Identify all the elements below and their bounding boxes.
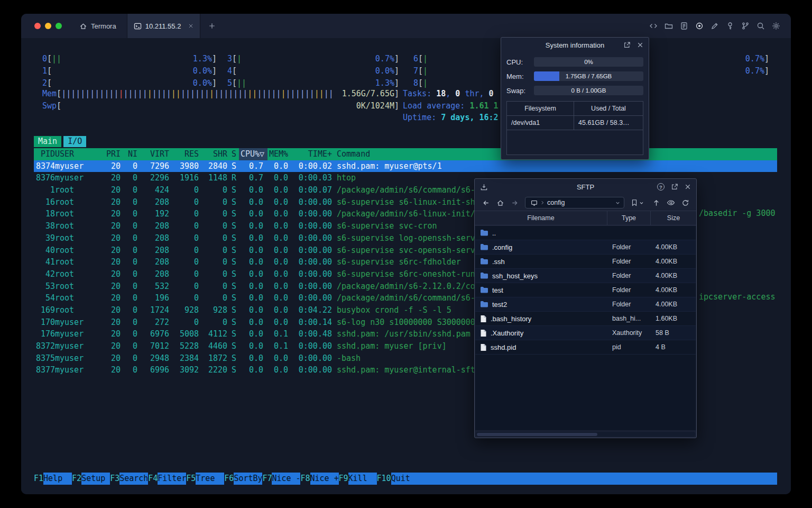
- function-key-bar: F1HelpF2SetupF3SearchF4FilterF5TreeF6Sor…: [34, 473, 777, 485]
- close-window-button[interactable]: [34, 23, 41, 29]
- fkey-action-search[interactable]: Search: [119, 473, 148, 485]
- download-icon[interactable]: [480, 183, 488, 191]
- search-icon[interactable]: [756, 22, 765, 30]
- tasks-summary: Tasks: 18, 0 thr, 0: [403, 89, 499, 101]
- breadcrumb-separator-icon: [540, 200, 545, 205]
- zoom-window-button[interactable]: [56, 23, 62, 29]
- fkey-action-help[interactable]: Help: [43, 473, 72, 485]
- tab-termora[interactable]: Termora: [74, 14, 127, 38]
- fkey-f9: F9: [339, 473, 348, 485]
- column-filename[interactable]: Filename: [475, 211, 607, 225]
- fkey-action-quit[interactable]: Quit: [391, 473, 420, 485]
- column-header-user[interactable]: USER: [55, 148, 100, 160]
- show-hidden-icon[interactable]: [667, 198, 675, 207]
- column-header-shr[interactable]: SHR: [199, 148, 227, 160]
- horizontal-scrollbar[interactable]: [476, 432, 695, 437]
- fkey-action-filter[interactable]: Filter: [158, 473, 186, 485]
- path-breadcrumb[interactable]: config: [525, 197, 624, 208]
- path-dropdown-icon[interactable]: [615, 200, 621, 206]
- scrollbar-thumb[interactable]: [477, 433, 597, 436]
- fs-header-used-total[interactable]: Used / Total: [574, 102, 643, 116]
- column-header-time[interactable]: TIME+: [290, 148, 332, 160]
- close-tab-icon[interactable]: [188, 23, 193, 29]
- htop-tab-io[interactable]: I/O: [63, 136, 86, 147]
- titlebar-actions: [649, 22, 791, 30]
- sftp-file-row[interactable]: ssh_host_keys Folder 4.00KB: [475, 269, 696, 283]
- close-panel-icon[interactable]: [637, 42, 643, 48]
- new-tab-button[interactable]: [200, 22, 224, 30]
- fkey-action-nice[interactable]: Nice +: [310, 473, 339, 485]
- column-header-pri[interactable]: PRI: [100, 148, 121, 160]
- open-in-window-icon[interactable]: [623, 41, 631, 49]
- forward-icon[interactable]: [511, 199, 519, 207]
- file-name: .config: [492, 243, 512, 251]
- file-name: sshd.pid: [491, 343, 516, 351]
- fs-header-filesystem[interactable]: Filesystem: [507, 102, 574, 116]
- column-header-ni[interactable]: NI: [121, 148, 137, 160]
- fkey-f4: F4: [148, 473, 158, 485]
- sftp-file-row[interactable]: test Folder 4.00KB: [475, 283, 696, 297]
- fkey-action-setup[interactable]: Setup: [81, 473, 110, 485]
- column-header-pid[interactable]: PID: [34, 148, 55, 160]
- tab-session[interactable]: 10.211.55.2: [127, 14, 201, 38]
- fkey-action-tree[interactable]: Tree: [196, 473, 224, 485]
- sftp-table-header: Filename Type Size: [475, 211, 696, 225]
- refresh-icon[interactable]: [681, 199, 689, 207]
- column-header-s[interactable]: S: [227, 148, 239, 160]
- help-icon[interactable]: [657, 183, 665, 190]
- file-type: pid: [608, 343, 651, 351]
- column-header-cpu[interactable]: CPU%▽: [239, 148, 267, 160]
- fkey-action-nice[interactable]: Nice -: [272, 473, 300, 485]
- path-segment[interactable]: config: [547, 199, 565, 206]
- column-size[interactable]: Size: [651, 211, 696, 225]
- log-icon[interactable]: [680, 22, 688, 30]
- filesystem-table: Filesystem Used / Total /dev/vda1 45.61G…: [506, 101, 643, 155]
- system-information-panel: System information CPU: 0% Mem: 1.75GB /…: [501, 37, 649, 160]
- sftp-file-row[interactable]: ..: [475, 226, 696, 240]
- memory-meter: Mem[||||||||||||||||||||||||||||||||||||…: [42, 89, 399, 101]
- key-icon[interactable]: [726, 22, 734, 30]
- sftp-file-row[interactable]: sshd.pid pid 4 B: [475, 340, 696, 355]
- fkey-f10: F10: [377, 473, 391, 485]
- close-panel-icon[interactable]: [685, 184, 691, 190]
- file-name: .ssh: [492, 258, 505, 266]
- column-header-virt[interactable]: VIRT: [137, 148, 169, 160]
- file-size: 4.00KB: [651, 272, 697, 279]
- folder-icon: [480, 243, 488, 251]
- load-average: Load average: 1.61 1: [403, 101, 499, 113]
- sftp-file-row[interactable]: .Xauthority Xauthority 58 B: [475, 326, 696, 340]
- sftp-file-row[interactable]: .config Folder 4.00KB: [475, 240, 696, 255]
- up-directory-icon[interactable]: [652, 199, 660, 207]
- fkey-action-kill[interactable]: Kill: [348, 473, 377, 485]
- htop-tab-main[interactable]: Main: [34, 136, 61, 147]
- cpu-label: CPU:: [506, 58, 534, 66]
- file-name: ssh_host_keys: [492, 272, 538, 280]
- home-icon[interactable]: [496, 199, 504, 207]
- bookmark-caret-icon[interactable]: [639, 201, 644, 205]
- sftp-file-row[interactable]: test2 Folder 4.00KB: [475, 297, 696, 312]
- record-icon[interactable]: [695, 22, 704, 30]
- sftp-file-row[interactable]: .bash_history bash_hi... 1.60KB: [475, 312, 696, 326]
- folder-icon[interactable]: [665, 22, 673, 30]
- sftp-file-row[interactable]: .ssh Folder 4.00KB: [475, 255, 696, 269]
- code-icon[interactable]: [649, 22, 658, 30]
- branch-icon[interactable]: [741, 22, 750, 30]
- minimize-window-button[interactable]: [45, 23, 51, 29]
- home-icon: [79, 22, 87, 30]
- back-icon[interactable]: [482, 199, 490, 207]
- column-type[interactable]: Type: [607, 211, 651, 225]
- cpu-usage-value: 0%: [584, 59, 593, 65]
- column-header-res[interactable]: RES: [169, 148, 199, 160]
- edit-icon[interactable]: [710, 22, 719, 30]
- filesystem-row[interactable]: /dev/vda1 45.61GB / 58.3…: [507, 116, 643, 130]
- process-row[interactable]: 8374myuser200729639802840S0.70.00:00.02s…: [34, 160, 777, 173]
- open-in-window-icon[interactable]: [671, 183, 678, 190]
- bookmark-icon[interactable]: [631, 199, 638, 206]
- cpu-meter-2: 2[0.0%]: [42, 77, 217, 89]
- fkey-action-sortby[interactable]: SortBy: [234, 473, 262, 485]
- column-header-mem[interactable]: MEM%: [267, 148, 290, 160]
- settings-icon[interactable]: [772, 22, 780, 30]
- sftp-titlebar: SFTP: [475, 179, 696, 195]
- sftp-toolbar: config: [475, 195, 696, 211]
- fkey-f5: F5: [186, 473, 196, 485]
